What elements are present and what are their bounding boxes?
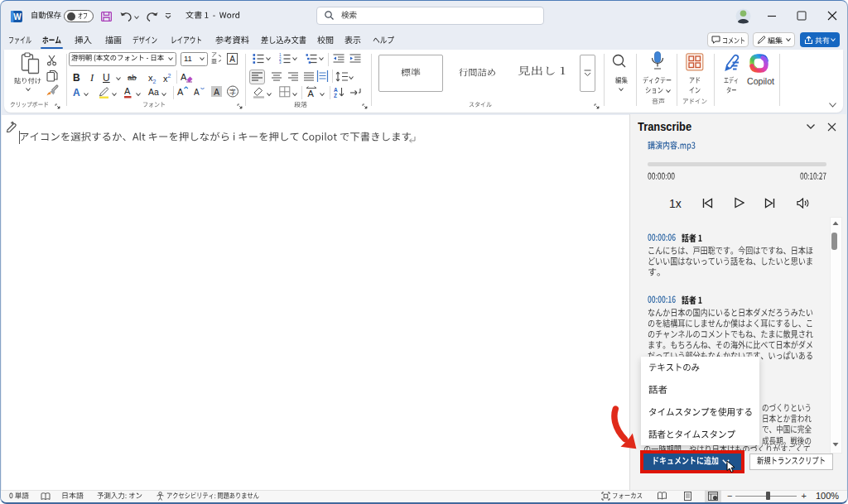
svg-text:A: A [214,88,219,97]
svg-text:A: A [124,86,131,96]
svg-text:A: A [181,72,187,82]
svg-text:A: A [194,88,200,97]
svg-text:A: A [334,87,338,93]
svg-text:W: W [13,12,22,22]
svg-text:Z: Z [334,93,337,98]
svg-text:字: 字 [229,89,236,96]
svg-text:A: A [229,55,235,64]
svg-text:3: 3 [279,60,282,65]
svg-text:A: A [308,89,315,98]
svg-text:A: A [177,87,184,97]
